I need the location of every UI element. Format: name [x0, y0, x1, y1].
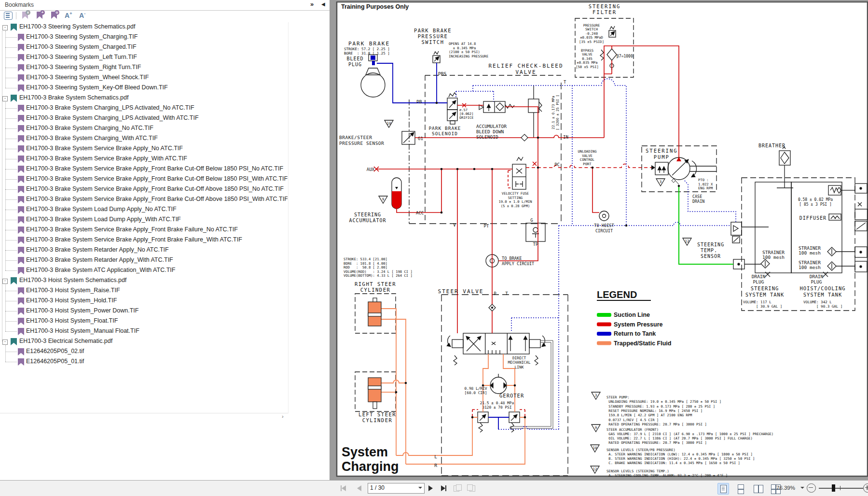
- schematic-label: STEER VALVE: [438, 288, 484, 295]
- bookmark-label: EH1700-3 Brake System Load Dump Apply_Wi…: [26, 216, 181, 223]
- page-number-input[interactable]: [369, 484, 415, 492]
- bookmark-item[interactable]: EH1700-3 Brake System Service Brake Appl…: [0, 144, 288, 154]
- collapse-node-icon[interactable]: -: [2, 340, 8, 345]
- schematic-label: GEROTER: [499, 393, 524, 398]
- bookmark-item[interactable]: EH1700-3 Brake System Charging_LPS Activ…: [0, 113, 288, 124]
- bookmark-item[interactable]: -EH1700-3 Electrical Schematic.pdf: [0, 337, 288, 347]
- new-bookmark-icon[interactable]: +: [37, 12, 42, 19]
- bookmark-item[interactable]: EH1700-3 Brake System Service Brake Appl…: [0, 154, 288, 164]
- bookmark-item[interactable]: EH1700-3 Brake System Charging_LPS Activ…: [0, 103, 288, 113]
- bookmark-item[interactable]: EH1700-3 Steering System_Charging.TIF: [0, 32, 288, 43]
- scroll-right-icon[interactable]: ›: [282, 413, 284, 419]
- bookmark-item[interactable]: -EH1700-3 Hoist System Schematics.pdf: [0, 276, 288, 286]
- tree-connector: [5, 230, 17, 230]
- bookmark-icon: [18, 74, 24, 82]
- bookmark-item[interactable]: -EH1700-3 Steering System Schematics.pdf: [0, 22, 288, 32]
- bookmark-item[interactable]: EH1700-3 Brake System Retarder Apply_No …: [0, 245, 288, 255]
- bookmark-item[interactable]: EH1700-3 Steering System_Key-Off Bleed D…: [0, 83, 288, 93]
- bookmark-item[interactable]: EH1700-3 Brake System Service Brake Appl…: [0, 174, 288, 184]
- bookmark-item[interactable]: EH1700-3 Brake System Charging_With ATC.…: [0, 134, 288, 144]
- options-menu-icon[interactable]: [4, 12, 13, 20]
- two-page-view-button[interactable]: [752, 483, 764, 495]
- zoom-out-button[interactable]: [807, 483, 816, 493]
- bookmarks-tree: -EH1700-3 Steering System Schematics.pdf…: [0, 22, 288, 413]
- bookmark-item[interactable]: EH1700-3 Brake System Service Brake Appl…: [0, 225, 288, 235]
- next-page-button[interactable]: [428, 481, 433, 496]
- schematic-label: DRAINPLUG: [810, 274, 824, 284]
- bookmark-item[interactable]: EH1700-3 Hoist System_Manual Float.TIF: [0, 326, 288, 337]
- bookmark-item[interactable]: EH1700-3 Hoist System_Hold.TIF: [0, 296, 288, 306]
- schematic-label: Training Purposes Only: [341, 3, 409, 10]
- bookmark-item[interactable]: E12646205P05_02.tif: [0, 347, 288, 357]
- collapse-node-icon[interactable]: -: [2, 279, 8, 284]
- increase-text-size-icon[interactable]: A+: [65, 11, 72, 19]
- bookmark-item[interactable]: EH1700-3 Brake System Load Dump Apply_Wi…: [0, 215, 288, 225]
- tree-connector: [5, 220, 17, 220]
- zoom-in-button[interactable]: [863, 483, 868, 493]
- bookmark-icon: [18, 227, 24, 234]
- last-page-button[interactable]: [441, 481, 446, 496]
- bookmark-item[interactable]: EH1700-3 Hoist System_Power Down.TIF: [0, 306, 288, 316]
- tree-connector: [5, 139, 17, 139]
- tree-connector: [5, 159, 17, 159]
- tree-connector: [5, 179, 17, 180]
- page-number-box[interactable]: [368, 483, 425, 494]
- bookmark-item[interactable]: -EH1700-3 Brake System Schematics.pdf: [0, 93, 288, 103]
- bookmark-icon: [18, 135, 24, 142]
- bookmark-item[interactable]: EH1700-3 Hoist System_Float.TIF: [0, 316, 288, 326]
- bookmark-item[interactable]: EH1700-3 Brake System Service Brake Appl…: [0, 164, 288, 174]
- bookmark-item[interactable]: E12646205P05_01.tif: [0, 357, 288, 367]
- hide-panel-icon[interactable]: ◀: [321, 1, 325, 7]
- bookmark-icon: [18, 105, 24, 112]
- schematic-label: G1: [418, 136, 423, 141]
- bookmark-label: EH1700-3 Brake System Service Brake Appl…: [26, 226, 238, 233]
- document-viewport[interactable]: LEGENDSuction LineSystem PressureReturn …: [330, 0, 868, 481]
- collapse-node-icon[interactable]: -: [2, 25, 8, 30]
- scrolling-page-view-button[interactable]: [735, 483, 746, 495]
- bookmark-item[interactable]: EH1700-3 Brake System Service Brake Appl…: [0, 235, 288, 245]
- bookmark-item[interactable]: EH1700-3 Hoist System_Raise.TIF: [0, 286, 288, 296]
- next-view-button[interactable]: [467, 484, 476, 492]
- decrease-text-size-icon[interactable]: A-: [79, 11, 85, 19]
- zoom-slider-track[interactable]: [819, 488, 863, 489]
- delete-bookmark-icon[interactable]: x: [22, 12, 28, 19]
- single-page-view-button[interactable]: [717, 483, 729, 495]
- bookmark-label: EH1700-3 Brake System Service Brake Appl…: [26, 236, 242, 243]
- bookmarks-horizontal-scrollbar[interactable]: ›: [0, 413, 288, 420]
- bookmark-item[interactable]: EH1700-3 Steering System_Wheel Shock.TIF: [0, 73, 288, 83]
- bookmark-item[interactable]: EH1700-3 Steering System_Left Turn.TIF: [0, 53, 288, 63]
- zoom-slider-handle[interactable]: [832, 484, 835, 492]
- collapse-panel-icon[interactable]: »: [310, 0, 313, 8]
- bookmark-label: EH1700-3 Steering System_Charging.TIF: [26, 33, 138, 40]
- bookmark-item[interactable]: EH1700-3 Brake System Load Dump Apply_No…: [0, 205, 288, 215]
- schematic-label: 9: [595, 425, 597, 430]
- bookmark-item[interactable]: EH1700-3 Brake System Retarder Apply_Wit…: [0, 255, 288, 266]
- tree-connector: [5, 47, 17, 48]
- tree-connector: [5, 250, 17, 251]
- schematic-label: System Pressure: [614, 321, 663, 328]
- bookmark-item[interactable]: EH1700-3 Brake System Service Brake Appl…: [0, 184, 288, 195]
- schematic-label: LEFT STEERCYLINDER: [358, 411, 396, 423]
- bookmark-label: EH1700-3 Steering System Schematics.pdf: [19, 23, 135, 30]
- previous-view-button[interactable]: [454, 484, 462, 492]
- go-to-bookmark-icon[interactable]: o: [51, 12, 57, 19]
- tree-connector: [5, 118, 17, 119]
- page-background: [337, 2, 868, 476]
- bookmark-item[interactable]: EH1700-3 Brake System ATC Application_Wi…: [0, 266, 288, 276]
- bookmark-item[interactable]: EH1700-3 Brake System Charging_No ATC.TI…: [0, 124, 288, 134]
- zoom-level-value[interactable]: 76.39%: [769, 485, 795, 491]
- bookmark-item[interactable]: EH1700-3 Steering System_Charged.TIF: [0, 43, 288, 53]
- bleed-plug-stem: [372, 61, 375, 65]
- bookmark-item[interactable]: EH1700-3 Steering System_Right Turn.TIF: [0, 63, 288, 73]
- first-page-button[interactable]: [341, 481, 346, 496]
- bookmark-item[interactable]: EH1700-3 Brake System Service Brake Appl…: [0, 195, 288, 205]
- tree-connector: [5, 321, 17, 322]
- bleed-plug-fill: [371, 56, 375, 60]
- bookmark-icon: [18, 44, 24, 51]
- bookmark-label: EH1700-3 Brake System Service Brake Appl…: [26, 155, 187, 162]
- zoom-dropdown-caret-icon[interactable]: [800, 487, 804, 491]
- collapse-node-icon[interactable]: -: [2, 96, 8, 101]
- page-dropdown-caret-icon[interactable]: [418, 487, 422, 491]
- tree-connector: [5, 108, 17, 109]
- previous-page-button[interactable]: [357, 481, 361, 496]
